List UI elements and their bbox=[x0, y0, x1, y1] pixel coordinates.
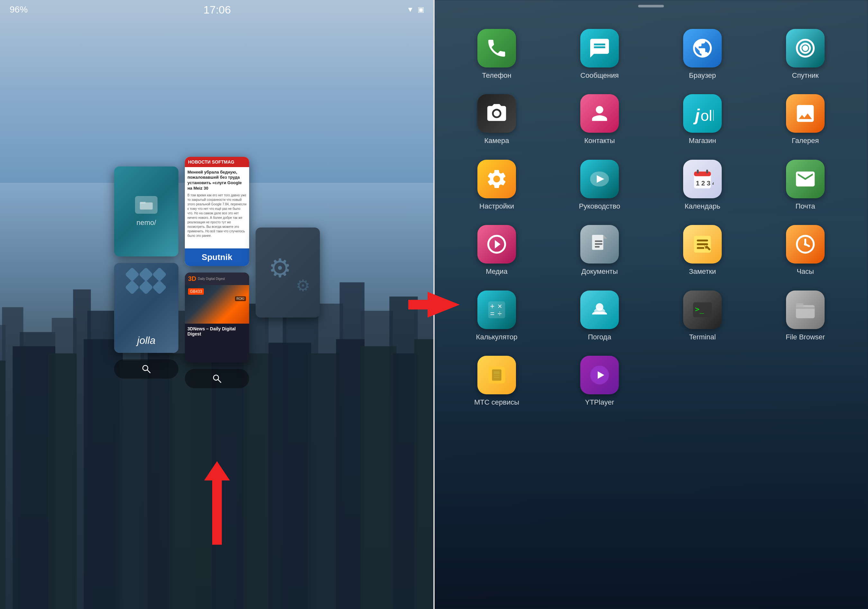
app-item-camera[interactable]: Камера bbox=[447, 88, 547, 150]
apps-grid: Телефон Сообщения Браузер Спутник К bbox=[434, 13, 868, 609]
mts-icon bbox=[485, 364, 508, 386]
mts-label: МТС сервисы bbox=[474, 398, 519, 406]
app-item-browser[interactable]: Браузер bbox=[653, 23, 752, 85]
app-item-clock[interactable]: Часы bbox=[755, 218, 855, 280]
card-jolla[interactable]: jolla bbox=[114, 263, 178, 353]
weather-icon-wrapper bbox=[580, 291, 619, 329]
calendar-icon-wrapper: 1 2 3 4 5 bbox=[683, 160, 722, 198]
3dnews-subtitle: Daily Digital Digest bbox=[198, 277, 225, 280]
diamond-3 bbox=[152, 267, 167, 282]
store-icon: j olla bbox=[691, 102, 714, 125]
sim-icon: ▣ bbox=[418, 5, 424, 14]
phone-icon bbox=[485, 37, 508, 59]
diamond-4 bbox=[125, 280, 139, 294]
media-icon bbox=[485, 233, 508, 256]
app-item-gallery[interactable]: Галерея bbox=[755, 88, 855, 150]
svg-rect-57 bbox=[697, 243, 708, 245]
contacts-icon bbox=[588, 102, 611, 125]
jolla-diamonds-grid bbox=[127, 269, 166, 293]
mail-icon-wrapper bbox=[786, 160, 825, 198]
app-item-calc[interactable]: + = × ÷ Калькулятор bbox=[447, 284, 547, 346]
card-sputnik[interactable]: НОВОСТИ SOFTMAG Менеей убрала бедную, по… bbox=[185, 157, 249, 266]
svg-marker-41 bbox=[408, 292, 460, 318]
card-settings[interactable]: ⚙ ⚙ bbox=[256, 228, 320, 318]
app-item-phone[interactable]: Телефон bbox=[447, 23, 547, 85]
gear-large-icon: ⚙ bbox=[268, 254, 291, 282]
sputnik-icon bbox=[794, 37, 817, 59]
3dnews-title: 3DNews – Daily Digital Digest bbox=[185, 324, 249, 340]
sputnik-body: В том время как его нет того давно уже т… bbox=[188, 193, 246, 238]
svg-rect-47 bbox=[706, 170, 708, 174]
svg-text:olla: olla bbox=[701, 108, 714, 124]
wifi-icon: ▼ bbox=[407, 5, 414, 14]
settings-gears: ⚙ ⚙ bbox=[268, 253, 307, 292]
messages-icon bbox=[588, 37, 611, 59]
weather-label: Погода bbox=[588, 333, 611, 341]
svg-rect-54 bbox=[595, 246, 600, 248]
card-3dnews[interactable]: 3D Daily Digital Digest GB433 ROKI 3DNew… bbox=[185, 273, 249, 363]
app-item-weather[interactable]: Погода bbox=[550, 284, 649, 346]
app-item-messages[interactable]: Сообщения bbox=[550, 23, 649, 85]
app-item-media[interactable]: Медиа bbox=[447, 218, 547, 280]
app-item-docs[interactable]: Документы bbox=[550, 218, 649, 280]
cards-column-3: ⚙ ⚙ bbox=[256, 228, 320, 318]
3dnews-badge-roki: ROKI bbox=[235, 296, 246, 301]
recent-apps-area: nemo/ jolla bbox=[0, 26, 434, 519]
svg-text:÷: ÷ bbox=[498, 310, 502, 318]
browser-label: Браузер bbox=[689, 71, 716, 80]
nemo-label: nemo/ bbox=[136, 218, 156, 227]
app-item-terminal[interactable]: >_ Terminal bbox=[653, 284, 752, 346]
app-item-sputnik[interactable]: Спутник bbox=[755, 23, 855, 85]
battery-level: 96% bbox=[10, 5, 28, 15]
3dnews-badge-gb: GB433 bbox=[188, 288, 204, 295]
calc-label: Калькулятор bbox=[476, 333, 518, 341]
cards-column-1: nemo/ jolla bbox=[114, 166, 178, 378]
calendar-icon: 1 2 3 4 5 bbox=[691, 168, 714, 190]
diamond-1 bbox=[125, 267, 139, 282]
calc-icon: + = × ÷ bbox=[485, 299, 508, 321]
diamond-6 bbox=[152, 280, 167, 294]
svg-rect-53 bbox=[595, 243, 602, 245]
notes-label: Заметки bbox=[689, 267, 716, 276]
calc-icon-wrapper: + = × ÷ bbox=[477, 291, 516, 329]
filebrowser-icon bbox=[794, 299, 817, 321]
messages-icon-wrapper bbox=[580, 29, 619, 68]
docs-icon-wrapper bbox=[580, 225, 619, 263]
app-item-notes[interactable]: Заметки bbox=[653, 218, 752, 280]
app-item-mts[interactable]: МТС сервисы bbox=[447, 349, 547, 411]
ytplayer-icon-wrapper bbox=[580, 356, 619, 394]
gallery-icon bbox=[794, 102, 817, 125]
mail-label: Почта bbox=[795, 202, 815, 211]
sputnik-brand: Sputnik bbox=[185, 248, 249, 266]
settings-icon-wrapper bbox=[477, 160, 516, 198]
app-item-calendar[interactable]: 1 2 3 4 5 Календарь bbox=[653, 153, 752, 215]
status-bar: 96% 17:06 ▼ ▣ bbox=[0, 0, 434, 19]
guide-icon-wrapper bbox=[580, 160, 619, 198]
search-button-left[interactable] bbox=[114, 359, 178, 378]
app-item-contacts[interactable]: Контакты bbox=[550, 88, 649, 150]
svg-rect-48 bbox=[697, 170, 699, 174]
terminal-label: Terminal bbox=[689, 333, 716, 341]
svg-rect-77 bbox=[494, 371, 499, 374]
sputnik-icon-wrapper bbox=[786, 29, 825, 68]
card-nemo[interactable]: nemo/ bbox=[114, 166, 178, 256]
app-item-ytplayer[interactable]: YTPlayer bbox=[550, 349, 649, 411]
camera-label: Камера bbox=[485, 136, 509, 145]
app-item-settings[interactable]: Настройки bbox=[447, 153, 547, 215]
guide-icon bbox=[588, 168, 611, 190]
clock-icon bbox=[794, 233, 817, 256]
svg-rect-35 bbox=[140, 203, 153, 209]
transition-arrow bbox=[408, 288, 460, 321]
app-item-mail[interactable]: Почта bbox=[755, 153, 855, 215]
filebrowser-icon-wrapper bbox=[786, 291, 825, 329]
app-item-store[interactable]: j olla Магазин bbox=[653, 88, 752, 150]
filebrowser-label: File Browser bbox=[786, 333, 825, 341]
svg-text:+: + bbox=[490, 302, 495, 310]
svg-rect-56 bbox=[697, 240, 708, 242]
gallery-icon-wrapper bbox=[786, 94, 825, 133]
contacts-label: Контакты bbox=[584, 136, 615, 145]
app-item-filebrowser[interactable]: File Browser bbox=[755, 284, 855, 346]
app-item-guide[interactable]: Руководство bbox=[550, 153, 649, 215]
swipe-up-indicator bbox=[204, 461, 230, 545]
search-button-right[interactable] bbox=[185, 369, 249, 388]
